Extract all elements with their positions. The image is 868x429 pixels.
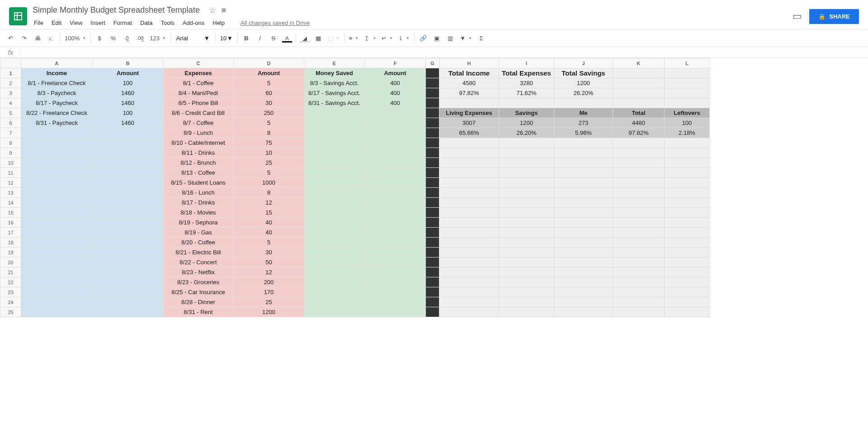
cell-L12[interactable] [665, 178, 710, 188]
cell-F11[interactable] [365, 168, 426, 178]
cell-L21[interactable] [665, 267, 710, 277]
cell-D19[interactable]: 30 [234, 248, 304, 257]
cell-L23[interactable] [665, 287, 710, 297]
cell-L10[interactable] [665, 158, 710, 168]
cell-B5[interactable]: 100 [93, 108, 163, 118]
cell-G14[interactable] [426, 198, 439, 208]
chart-icon[interactable]: ▥ [443, 32, 457, 44]
cell-A9[interactable] [21, 148, 93, 158]
cell-C25[interactable]: 8/31 - Rent [163, 307, 234, 317]
cell-C20[interactable]: 8/22 - Concert [163, 257, 234, 267]
cell-H10[interactable] [439, 158, 499, 168]
cell-A23[interactable] [21, 287, 93, 297]
cell-D6[interactable]: 5 [234, 118, 304, 128]
select-all-cell[interactable] [0, 58, 21, 68]
cell-E19[interactable] [304, 248, 365, 257]
cell-H19[interactable] [439, 248, 499, 257]
cell-I2[interactable]: 3280 [499, 78, 554, 88]
cell-E14[interactable] [304, 198, 365, 208]
row-header-10[interactable]: 10 [0, 158, 21, 168]
cell-K5[interactable]: Total [613, 108, 665, 118]
cell-D15[interactable]: 15 [234, 208, 304, 218]
borders-icon[interactable]: ▦ [311, 32, 325, 44]
cell-K9[interactable] [613, 148, 665, 158]
cell-K15[interactable] [613, 208, 665, 218]
cell-C23[interactable]: 8/25 - Car Insurance [163, 287, 234, 297]
cell-G3[interactable] [426, 88, 439, 98]
merge-icon[interactable]: ⬚▼ [325, 32, 342, 44]
menu-data[interactable]: Data [137, 18, 156, 28]
cell-J8[interactable] [554, 138, 613, 148]
row-header-8[interactable]: 8 [0, 138, 21, 148]
menu-format[interactable]: Format [110, 18, 135, 28]
cell-J25[interactable] [554, 307, 613, 317]
cell-B20[interactable] [93, 257, 163, 267]
cell-I4[interactable] [499, 98, 554, 108]
cell-E9[interactable] [304, 148, 365, 158]
cell-C11[interactable]: 8/13 - Coffee [163, 168, 234, 178]
cell-K14[interactable] [613, 198, 665, 208]
functions-icon[interactable]: Σ [475, 32, 488, 44]
cell-B16[interactable] [93, 218, 163, 228]
row-header-25[interactable]: 25 [0, 307, 21, 317]
cell-H25[interactable] [439, 307, 499, 317]
font-select[interactable]: Arial▼ [173, 32, 213, 44]
col-header-B[interactable]: B [93, 58, 163, 68]
cell-B12[interactable] [93, 178, 163, 188]
cell-J24[interactable] [554, 297, 613, 307]
cell-D14[interactable]: 12 [234, 198, 304, 208]
cell-D21[interactable]: 12 [234, 267, 304, 277]
cell-F18[interactable] [365, 238, 426, 248]
link-icon[interactable]: 🔗 [416, 32, 430, 44]
comments-icon[interactable]: ▭ [793, 10, 802, 22]
cell-L5[interactable]: Leftovers [665, 108, 710, 118]
cell-D10[interactable]: 25 [234, 158, 304, 168]
cell-I20[interactable] [499, 257, 554, 267]
cell-I25[interactable] [499, 307, 554, 317]
cell-J18[interactable] [554, 238, 613, 248]
cell-J11[interactable] [554, 168, 613, 178]
cell-A3[interactable]: 8/3 - Paycheck [21, 88, 93, 98]
cell-C10[interactable]: 8/12 - Brunch [163, 158, 234, 168]
cell-L20[interactable] [665, 257, 710, 267]
cell-B9[interactable] [93, 148, 163, 158]
cell-E8[interactable] [304, 138, 365, 148]
cell-L25[interactable] [665, 307, 710, 317]
row-header-17[interactable]: 17 [0, 228, 21, 238]
menu-view[interactable]: View [66, 18, 85, 28]
cell-K2[interactable] [613, 78, 665, 88]
cell-G11[interactable] [426, 168, 439, 178]
cell-A25[interactable] [21, 307, 93, 317]
cell-L17[interactable] [665, 228, 710, 238]
cell-A6[interactable]: 8/31 - Paycheck [21, 118, 93, 128]
menu-addons[interactable]: Add-ons [179, 18, 208, 28]
row-header-5[interactable]: 5 [0, 108, 21, 118]
cell-K13[interactable] [613, 188, 665, 198]
cell-J4[interactable] [554, 98, 613, 108]
cell-F4[interactable]: 400 [365, 98, 426, 108]
cell-A2[interactable]: 8/1 - Freelance Check [21, 78, 93, 88]
cell-L6[interactable]: 100 [665, 118, 710, 128]
cell-L16[interactable] [665, 218, 710, 228]
percent-icon[interactable]: % [106, 32, 120, 44]
col-header-E[interactable]: E [304, 58, 365, 68]
currency-icon[interactable]: $ [93, 32, 106, 44]
cell-B13[interactable] [93, 188, 163, 198]
cell-C22[interactable]: 8/23 - Groceries [163, 277, 234, 287]
col-header-J[interactable]: J [554, 58, 613, 68]
cell-B14[interactable] [93, 198, 163, 208]
col-header-H[interactable]: H [439, 58, 499, 68]
cell-D23[interactable]: 170 [234, 287, 304, 297]
row-header-15[interactable]: 15 [0, 208, 21, 218]
cell-A17[interactable] [21, 228, 93, 238]
cell-E25[interactable] [304, 307, 365, 317]
cell-A8[interactable] [21, 138, 93, 148]
cell-H22[interactable] [439, 277, 499, 287]
cell-K6[interactable]: 4480 [613, 118, 665, 128]
share-button[interactable]: 🔒 SHARE [809, 9, 859, 24]
cell-F8[interactable] [365, 138, 426, 148]
cell-F12[interactable] [365, 178, 426, 188]
row-header-19[interactable]: 19 [0, 248, 21, 257]
cell-K18[interactable] [613, 238, 665, 248]
cell-K21[interactable] [613, 267, 665, 277]
